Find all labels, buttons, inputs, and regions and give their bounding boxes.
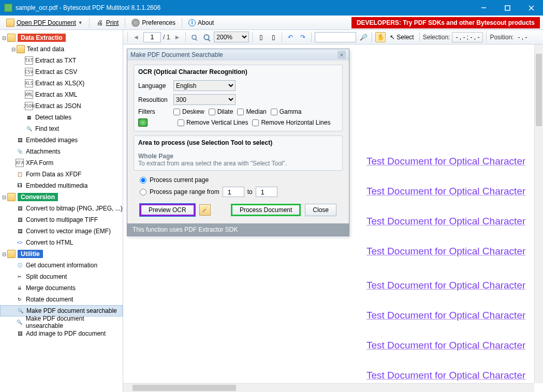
collapse-icon[interactable]: ⊟ <box>10 47 17 52</box>
page-input[interactable] <box>143 32 161 42</box>
node-embedded-multimedia[interactable]: 🎞Embedded multimedia <box>0 180 123 191</box>
close-button[interactable] <box>519 0 543 16</box>
ocr-header: OCR (Optical Character Recognition) <box>134 65 342 79</box>
node-utilities[interactable]: ⊟Utilitie <box>0 248 123 260</box>
node-embedded-images[interactable]: 🖼Embedded images <box>0 134 123 146</box>
maximize-button[interactable] <box>495 0 519 16</box>
node-extract-txt[interactable]: TXTExtract as TXT <box>0 55 123 66</box>
language-select[interactable]: English <box>173 80 236 91</box>
collapse-icon[interactable]: ⊟ <box>1 35 7 41</box>
window-title: sample_ocr.pdf - Bytescout PDF Multitool… <box>16 4 472 11</box>
dialog-close-btn[interactable]: Close <box>305 204 336 216</box>
vertical-scrollbar[interactable] <box>534 44 543 383</box>
collapse-icon[interactable]: ⊟ <box>1 194 7 200</box>
page-total: / 1 <box>163 34 170 41</box>
find-button[interactable]: 🔎 <box>358 32 369 42</box>
form-icon: 📋 <box>16 170 24 178</box>
rotate-right-button[interactable]: ↷ <box>298 32 308 42</box>
resolution-select[interactable]: 300 <box>173 94 236 105</box>
preferences-button[interactable]: Preferences <box>128 18 179 28</box>
range-from-input[interactable] <box>223 187 244 197</box>
node-extract-csv[interactable]: CSVExtract as CSV <box>0 66 123 78</box>
horizontal-scrollbar[interactable] <box>123 383 534 392</box>
preview-ocr-button[interactable]: Preview OCR <box>140 204 195 216</box>
folder-open-icon <box>6 19 14 27</box>
preview-text-line: Test Document for Optical Character <box>366 280 525 291</box>
cursor-icon: ↖ <box>390 34 395 41</box>
node-rotate[interactable]: ↻Rotate document <box>0 294 123 305</box>
gear-icon <box>131 19 140 27</box>
node-attachments[interactable]: 📎Attachments <box>0 146 123 157</box>
titlebar: sample_ocr.pdf - Bytescout PDF Multitool… <box>0 0 543 16</box>
preview-text-line: Test Document for Optical Character <box>366 310 525 321</box>
document-area: Make PDF Document Searchable × OCR (Opti… <box>123 44 543 392</box>
pdf-preview[interactable]: Test Document for Optical Character Test… <box>366 44 543 392</box>
hand-tool-button[interactable]: ✋ <box>375 32 386 42</box>
resolution-label: Resoultion <box>138 96 169 103</box>
node-make-unsearchable[interactable]: 🔍Make PDF document unsearchable <box>0 316 123 328</box>
node-find-text[interactable]: 🔍Find text <box>0 123 123 134</box>
doc-toolbar: ◄ / 1 ► 200% ▯ ▯ ↶ ↷ 🔎 ✋ ↖Select Selecti… <box>123 30 543 44</box>
process-current-radio[interactable]: Process current page <box>134 175 343 185</box>
node-add-image[interactable]: 🖼Add image to PDF document <box>0 328 123 339</box>
open-pdf-button[interactable]: Open PDF Document ▼ <box>3 18 86 28</box>
node-convert-tiff[interactable]: 🖼Convert to multipage TIFF <box>0 214 123 225</box>
node-convert-html[interactable]: <>Convert to HTML <box>0 237 123 248</box>
position-value: - , - <box>516 32 529 42</box>
dialog-close-button[interactable]: × <box>337 51 346 59</box>
merge-icon: ⇊ <box>16 284 24 292</box>
preview-text-line: Test Document for Optical Character <box>366 186 525 197</box>
dilate-checkbox[interactable]: Dilate <box>209 108 233 115</box>
node-text-and-data[interactable]: ⊟Text and data <box>0 43 123 55</box>
xml-icon: XML <box>25 91 33 99</box>
remove-horizontal-checkbox[interactable]: Remove Horizontal Lines <box>252 119 330 126</box>
node-convert-vector[interactable]: 🖼Convert to vector image (EMF) <box>0 225 123 237</box>
page-view1-button[interactable]: ▯ <box>256 32 266 42</box>
zoom-select[interactable]: 200% <box>214 32 249 42</box>
node-split[interactable]: ✂Split document <box>0 271 123 282</box>
node-merge[interactable]: ⇊Merge documents <box>0 282 123 294</box>
remove-vertical-checkbox[interactable]: Remove Vertical Lines <box>178 119 248 126</box>
about-button[interactable]: i About <box>185 18 217 27</box>
print-button[interactable]: 🖨 Print <box>93 18 122 28</box>
wand-button[interactable]: 🪄 <box>199 204 211 216</box>
median-checkbox[interactable]: Median <box>237 108 266 115</box>
zoom-in-icon <box>204 34 210 40</box>
collapse-icon[interactable]: ⊟ <box>1 251 7 257</box>
node-detect-tables[interactable]: ▦Detect tables <box>0 112 123 123</box>
range-to-input[interactable] <box>256 187 277 197</box>
searchable-icon: 🔍 <box>16 307 24 315</box>
process-document-button[interactable]: Process Document <box>231 204 301 216</box>
node-extract-xls[interactable]: XLSExtract as XLS(X) <box>0 78 123 89</box>
select-tool-button[interactable]: ↖Select <box>388 32 416 42</box>
developers-banner[interactable]: DEVELOPERS: Try PDF SDKs and other Bytes… <box>351 17 540 28</box>
rotate-left-button[interactable]: ↶ <box>285 32 296 42</box>
node-data-extraction[interactable]: ⊟Data Extractio <box>0 32 123 43</box>
scrollbar-thumb[interactable] <box>536 54 542 126</box>
find-input[interactable] <box>315 32 356 42</box>
node-xfa-form[interactable]: XFAXFA Form <box>0 157 123 169</box>
gamma-checkbox[interactable]: Gamma <box>271 108 302 115</box>
zoom-in-button[interactable] <box>201 32 212 42</box>
node-form-data-xfdf[interactable]: 📋Form Data as XFDF <box>0 169 123 180</box>
node-extract-json[interactable]: JSONExtract as JSON <box>0 100 123 112</box>
zoom-out-button[interactable] <box>189 32 199 42</box>
minimize-button[interactable] <box>472 0 495 16</box>
node-conversion[interactable]: ⊟Conversion <box>0 191 123 203</box>
zoom-out-icon <box>192 35 197 40</box>
vector-icon: 🖼 <box>16 227 24 235</box>
node-get-info[interactable]: ⓘGet document information <box>0 260 123 271</box>
next-page-button[interactable]: ► <box>172 32 182 42</box>
prev-page-button[interactable]: ◄ <box>131 32 141 42</box>
deskew-checkbox[interactable]: Deskew <box>173 108 204 115</box>
table-icon: ▦ <box>25 113 33 122</box>
folder-icon <box>7 250 16 258</box>
node-convert-bitmap[interactable]: 🖼Convert to bitmap (PNG, JPEG, ...) <box>0 203 123 214</box>
process-range-radio[interactable]: Process page range from to <box>134 185 343 199</box>
page-view2-button[interactable]: ▯ <box>268 32 278 42</box>
node-extract-xml[interactable]: XMLExtract as XML <box>0 89 123 100</box>
info-icon: i <box>188 19 196 26</box>
scrollbar-thumb[interactable] <box>133 385 236 391</box>
prefs-label: Preferences <box>142 19 175 26</box>
dialog-title: Make PDF Document Searchable <box>130 51 223 58</box>
